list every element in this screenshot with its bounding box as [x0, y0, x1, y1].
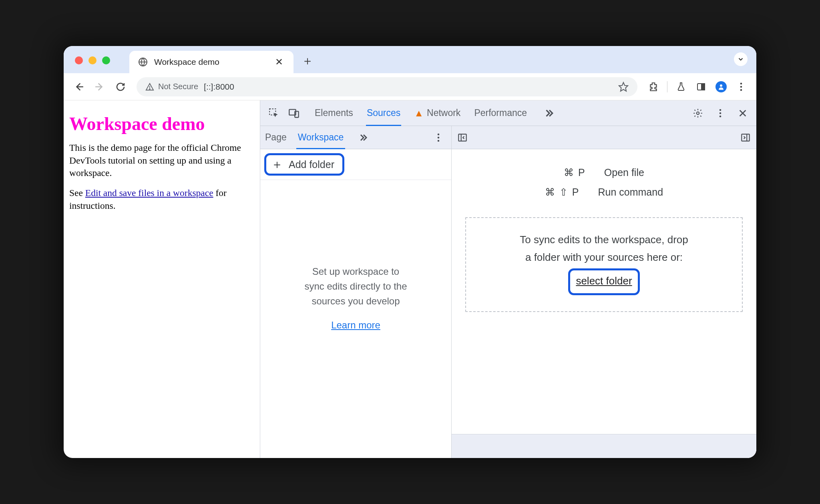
navigator-menu-button[interactable] — [430, 130, 446, 146]
devtools-toolbar-right — [690, 105, 751, 121]
tabs-expand-button[interactable] — [734, 52, 748, 66]
tab-sources[interactable]: Sources — [367, 100, 400, 126]
page-link[interactable]: Edit and save files in a workspace — [85, 188, 213, 198]
svg-point-8 — [720, 84, 722, 87]
tab-performance[interactable]: Performance — [474, 100, 527, 126]
toolbar-right — [645, 78, 750, 96]
svg-rect-7 — [701, 84, 705, 90]
avatar-icon — [715, 81, 727, 92]
devtools-settings-button[interactable] — [690, 105, 706, 121]
sources-subtabs: Page Workspace — [260, 126, 451, 149]
more-tabs-button[interactable] — [541, 105, 557, 121]
content-area: Workspace demo This is the demo page for… — [64, 100, 756, 458]
shortcut-keys: ⌘ P — [564, 167, 586, 178]
globe-icon — [138, 57, 148, 67]
warning-icon: ▲ — [414, 108, 424, 118]
shortcut-open-file: ⌘ P Open file — [564, 167, 644, 178]
workspace-setup-message: Set up workspace to sync edits directly … — [260, 180, 451, 458]
browser-toolbar: Not Secure [::]:8000 — [64, 73, 756, 100]
inspect-element-button[interactable] — [266, 105, 282, 121]
svg-marker-5 — [619, 82, 628, 91]
browser-menu-button[interactable] — [732, 78, 750, 96]
shortcut-run-command: ⌘ ⇧ P Run command — [545, 186, 663, 198]
devtools-tabs: Elements Sources ▲ Network Performance — [315, 100, 557, 126]
devtools-close-button[interactable] — [735, 105, 751, 121]
profile-button[interactable] — [712, 78, 730, 96]
shortcut-keys: ⌘ ⇧ P — [545, 186, 580, 198]
select-folder-button[interactable]: select folder — [568, 268, 639, 295]
devtools-toolbar: Elements Sources ▲ Network Performance — [260, 100, 756, 126]
svg-point-9 — [740, 82, 742, 84]
add-folder-button[interactable]: ＋ Add folder — [264, 153, 344, 176]
devtools-menu-button[interactable] — [712, 105, 728, 121]
shortcuts-hint: ⌘ P Open file ⌘ ⇧ P Run command — [452, 149, 756, 210]
address-bar[interactable]: Not Secure [::]:8000 — [137, 77, 637, 96]
page-heading: Workspace demo — [69, 113, 253, 134]
devtools-body: Page Workspace ＋ Add folder — [260, 126, 756, 458]
svg-point-10 — [740, 86, 742, 88]
browser-tab[interactable]: Workspace demo ✕ — [129, 51, 293, 73]
shortcut-label: Run command — [598, 186, 663, 198]
page-viewport: Workspace demo This is the demo page for… — [64, 100, 260, 458]
add-folder-label: Add folder — [289, 159, 334, 170]
close-tab-button[interactable]: ✕ — [273, 55, 285, 69]
page-paragraph: This is the demo page for the official C… — [69, 142, 253, 180]
reload-button[interactable] — [112, 78, 129, 96]
warning-triangle-icon — [145, 82, 154, 91]
security-label: Not Secure — [158, 82, 198, 91]
security-chip[interactable]: Not Secure — [145, 82, 198, 91]
toggle-debugger-button[interactable] — [740, 132, 751, 143]
tab-title: Workspace demo — [154, 57, 266, 67]
dropzone-container: To sync edits to the workspace, drop a f… — [452, 210, 756, 312]
devtools-panel: Elements Sources ▲ Network Performance — [260, 100, 756, 458]
fullscreen-window-button[interactable] — [102, 56, 110, 64]
shortcut-label: Open file — [604, 167, 644, 178]
plus-icon: ＋ — [271, 158, 283, 170]
extensions-button[interactable] — [645, 78, 662, 96]
sources-editor-area: ⌘ P Open file ⌘ ⇧ P Run command To sync … — [452, 126, 756, 458]
forward-button[interactable] — [91, 78, 109, 96]
svg-point-4 — [149, 88, 150, 89]
subtab-page[interactable]: Page — [265, 126, 287, 149]
minimize-window-button[interactable] — [88, 56, 96, 64]
svg-point-18 — [720, 115, 722, 117]
window-controls — [75, 56, 110, 64]
browser-window: Workspace demo ✕ ＋ Not Secure [::]:8000 — [64, 46, 756, 458]
new-tab-button[interactable]: ＋ — [301, 53, 314, 73]
subtab-workspace[interactable]: Workspace — [298, 126, 344, 149]
svg-point-11 — [740, 89, 742, 91]
bookmark-button[interactable] — [618, 82, 629, 92]
workspace-dropzone[interactable]: To sync edits to the workspace, drop a f… — [465, 217, 743, 312]
editor-tabstrip — [452, 126, 756, 149]
toggle-navigator-button[interactable] — [457, 132, 468, 143]
tab-elements[interactable]: Elements — [315, 100, 353, 126]
back-button[interactable] — [70, 78, 88, 96]
sources-navigator: Page Workspace ＋ Add folder — [260, 126, 452, 458]
svg-point-22 — [438, 136, 440, 138]
svg-point-16 — [720, 109, 722, 111]
editor-status-bar — [452, 434, 756, 458]
page-paragraph: See Edit and save files in a workspace f… — [69, 187, 253, 212]
svg-point-23 — [438, 140, 440, 142]
device-toolbar-button[interactable] — [286, 105, 302, 121]
svg-point-15 — [697, 112, 699, 114]
separator — [667, 81, 667, 92]
side-panel-button[interactable] — [692, 78, 710, 96]
labs-button[interactable] — [672, 78, 690, 96]
close-window-button[interactable] — [75, 56, 83, 64]
more-subtabs-button[interactable] — [355, 130, 371, 146]
url-text: [::]:8000 — [204, 82, 234, 92]
learn-more-link[interactable]: Learn more — [331, 318, 380, 332]
svg-point-17 — [720, 112, 722, 114]
add-folder-row: ＋ Add folder — [260, 149, 451, 180]
tab-strip: Workspace demo ✕ ＋ — [64, 46, 756, 73]
tab-network[interactable]: ▲ Network — [414, 100, 460, 126]
svg-point-21 — [438, 133, 440, 135]
